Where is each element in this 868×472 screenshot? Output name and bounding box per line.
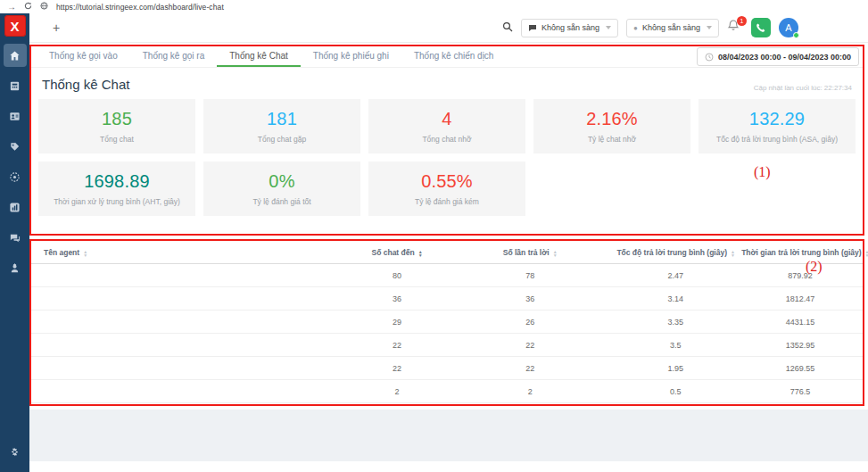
call-button[interactable] [751, 18, 771, 37]
status-dot-icon: ● [633, 24, 638, 32]
chat-icon [9, 232, 21, 244]
gear-icon [9, 446, 21, 458]
header-actions: Không sẵn sàng ● Không sẵn sàng 1 A [502, 18, 868, 37]
globe-icon [40, 2, 48, 12]
sidebar-item-agents[interactable] [4, 256, 27, 279]
refresh-icon[interactable] [24, 2, 32, 12]
chat-status-label: Không sẵn sàng [541, 23, 599, 32]
url-bar[interactable]: https://tutorial.stringeex.com/dashboard… [56, 3, 224, 12]
sidebar: X [0, 13, 29, 472]
forward-arrow-icon[interactable]: → [7, 3, 16, 12]
chat-status-dropdown[interactable]: Không sẵn sàng [521, 19, 618, 37]
browser-bar: → https://tutorial.stringeex.com/dashboa… [0, 0, 868, 13]
bar-chart-icon [9, 202, 21, 213]
sidebar-item-settings[interactable] [4, 440, 27, 463]
call-status-dropdown[interactable]: ● Không sẵn sàng [626, 19, 719, 37]
sidebar-item-tags[interactable] [4, 135, 27, 158]
sidebar-item-chat[interactable] [4, 226, 27, 249]
footer-band [29, 410, 868, 461]
chat-status-icon [528, 24, 537, 32]
agent-icon [9, 262, 21, 274]
online-status-dot [793, 32, 799, 38]
app-header: + Không sẵn sàng ● Không sẵn sàng 1 [29, 13, 868, 43]
chevron-down-icon [606, 26, 611, 29]
call-status-label: Không sẵn sàng [642, 23, 700, 32]
phone-icon [756, 22, 766, 33]
home-icon [9, 50, 21, 62]
sort-icon[interactable]: ▲▼ [865, 250, 868, 257]
sidebar-item-home[interactable] [4, 44, 27, 67]
avatar-initial: A [785, 22, 791, 33]
sidebar-item-campaign[interactable] [4, 165, 27, 188]
chevron-down-icon [707, 26, 712, 29]
contact-card-icon [9, 111, 21, 122]
notification-badge: 1 [737, 16, 747, 26]
annotation-box-2 [29, 239, 864, 406]
annotation-label-2: (2) [806, 259, 823, 275]
avatar[interactable]: A [779, 18, 798, 37]
notifications-button[interactable]: 1 [727, 19, 743, 37]
tag-icon [9, 141, 21, 153]
annotation-label-1: (1) [754, 164, 771, 180]
phonebook-icon [9, 80, 21, 92]
annotation-box-1 [29, 45, 864, 236]
target-icon [9, 171, 21, 183]
screen: → https://tutorial.stringeex.com/dashboa… [0, 0, 868, 472]
sidebar-item-reports[interactable] [4, 195, 27, 219]
sidebar-item-contacts[interactable] [4, 104, 27, 128]
stringeex-logo[interactable]: X [4, 15, 26, 37]
new-tab-button[interactable]: + [53, 21, 60, 35]
search-icon[interactable] [502, 20, 513, 36]
sidebar-item-phonebook[interactable] [4, 74, 27, 97]
